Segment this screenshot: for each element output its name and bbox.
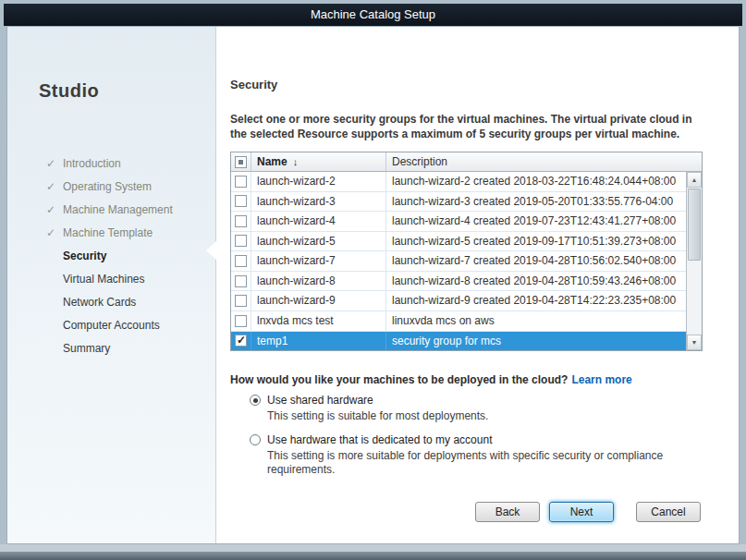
table-header: Name↓ Description [231,152,702,172]
table-row[interactable]: launch-wizard-8 launch-wizard-8 created … [231,272,686,292]
row-checkbox[interactable] [235,235,247,247]
table-row[interactable]: launch-wizard-3 launch-wizard-3 created … [231,192,686,213]
scroll-down-icon[interactable]: ▼ [687,335,702,350]
sort-desc-icon: ↓ [293,156,299,167]
row-checkbox[interactable] [235,215,247,227]
option-description: This setting is suitable for most deploy… [267,409,488,423]
wizard-steps: ✓ Introduction ✓ Operating System ✓ Mach… [7,152,215,360]
next-button[interactable]: Next [549,502,614,522]
scrollbar-thumb[interactable] [688,189,701,261]
sidebar-item-introduction[interactable]: ✓ Introduction [7,152,215,176]
studio-logo: Studio [39,80,99,102]
current-step-notch [206,241,216,260]
column-header-name[interactable]: Name↓ [251,152,386,171]
window-title: Machine Catalog Setup [311,7,435,21]
check-icon: ✓ [46,152,59,176]
sidebar-item-virtual-machines[interactable]: Virtual Machines [7,268,215,291]
sidebar-item-machine-management[interactable]: ✓ Machine Management [7,199,215,222]
wizard-sidebar: Studio ✓ Introduction ✓ Operating System… [7,27,216,543]
deploy-question: How would you like your machines to be d… [230,373,632,386]
table-body: launch-wizard-2 launch-wizard-2 created … [231,172,686,350]
row-checkbox-checked[interactable] [235,335,247,347]
table-row[interactable]: lnxvda mcs test linuxvda mcs on aws [231,311,686,332]
check-icon: ✓ [46,222,59,245]
sidebar-item-operating-system[interactable]: ✓ Operating System [7,176,215,199]
row-checkbox[interactable] [235,295,247,307]
row-checkbox[interactable] [235,315,247,327]
window-frame-bottom [0,544,746,552]
window-frame-edge [0,552,746,560]
check-icon: ✓ [46,199,59,222]
sidebar-item-machine-template[interactable]: ✓ Machine Template [7,222,215,245]
instruction-text: Select one or more security groups for t… [230,112,697,141]
sidebar-item-summary[interactable]: Summary [7,337,215,360]
select-all-checkbox[interactable] [235,156,247,168]
option-shared-hardware[interactable]: Use shared hardware This setting is suit… [250,394,488,423]
sidebar-item-computer-accounts[interactable]: Computer Accounts [7,314,215,337]
row-checkbox[interactable] [235,176,247,188]
wizard-dialog: Studio ✓ Introduction ✓ Operating System… [6,26,740,544]
back-button[interactable]: Back [475,502,540,522]
sidebar-item-network-cards[interactable]: Network Cards [7,291,215,314]
table-row[interactable]: launch-wizard-9 launch-wizard-9 created … [231,291,686,311]
window-titlebar[interactable]: Machine Catalog Setup [4,4,742,26]
table-row[interactable]: launch-wizard-7 launch-wizard-7 created … [231,251,686,272]
page-title: Security [230,78,277,91]
select-all-cell[interactable] [231,152,251,171]
row-checkbox[interactable] [235,195,247,207]
row-checkbox[interactable] [235,275,247,287]
vertical-scrollbar[interactable]: ▲ ▼ [686,172,702,350]
cancel-button[interactable]: Cancel [636,502,701,522]
table-row[interactable]: launch-wizard-5 launch-wizard-5 created … [231,232,686,252]
learn-more-link[interactable]: Learn more [571,373,631,386]
radio-dedicated-hardware[interactable] [250,434,261,445]
table-row[interactable]: launch-wizard-4 launch-wizard-4 created … [231,212,686,232]
row-checkbox[interactable] [235,255,247,267]
security-groups-table: Name↓ Description launch-wizard-2 launch… [230,152,703,351]
column-header-description[interactable]: Description [386,152,702,171]
table-row-selected[interactable]: temp1 security group for mcs [231,332,686,351]
check-icon: ✓ [46,176,59,199]
scroll-up-icon[interactable]: ▲ [687,172,702,188]
table-row[interactable]: launch-wizard-2 launch-wizard-2 created … [231,172,686,192]
sidebar-item-security[interactable]: Security [7,245,215,268]
radio-shared-hardware[interactable] [250,395,261,406]
option-description: This setting is more suitable for deploy… [267,449,702,477]
option-dedicated-hardware[interactable]: Use hardware that is dedicated to my acc… [250,433,702,477]
